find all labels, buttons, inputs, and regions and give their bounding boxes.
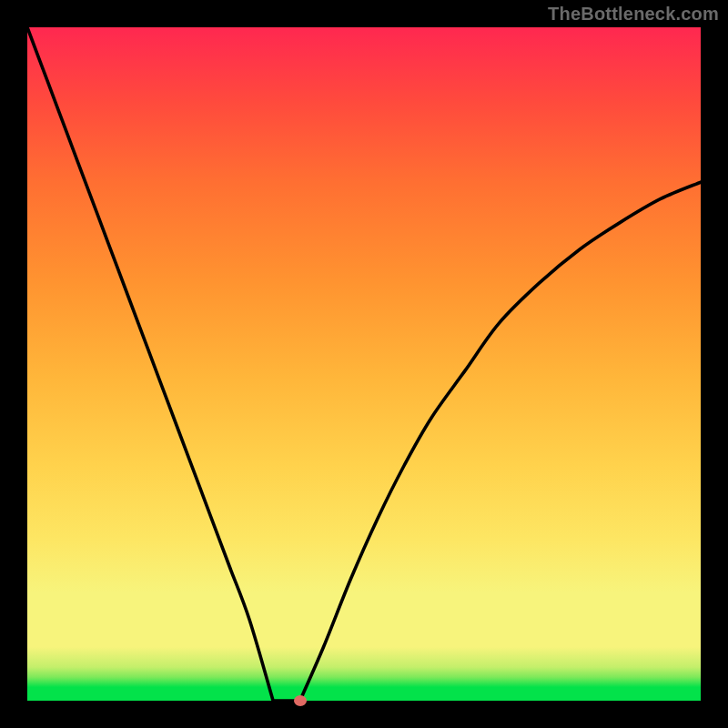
plot-area [27, 27, 701, 701]
chart-frame: TheBottleneck.com [0, 0, 728, 728]
watermark-text: TheBottleneck.com [548, 4, 719, 25]
minimum-marker [294, 695, 307, 706]
bottleneck-curve [27, 27, 701, 701]
